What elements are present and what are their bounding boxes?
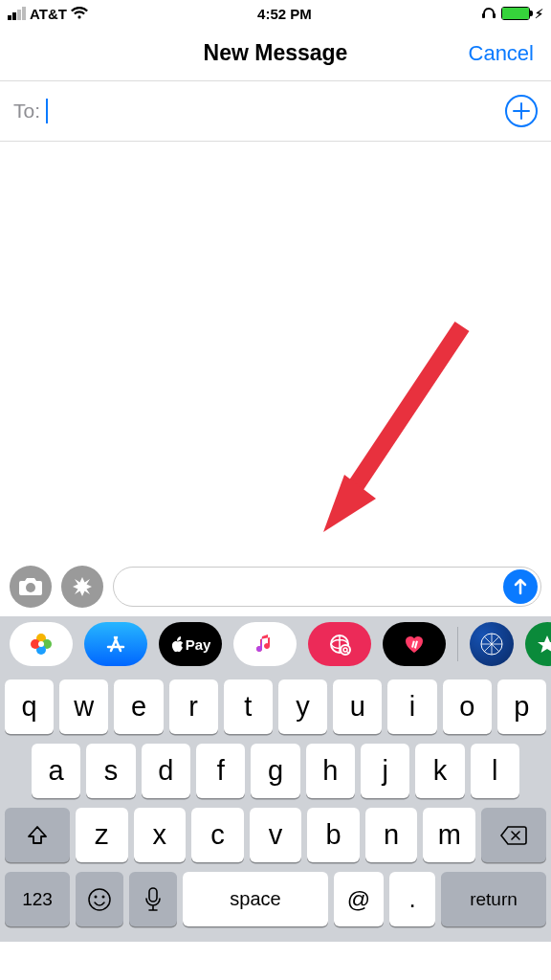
status-right: ⚡︎ xyxy=(481,6,543,22)
key-k[interactable]: k xyxy=(415,744,464,798)
clock-label: 4:52 PM xyxy=(257,6,312,22)
charging-icon: ⚡︎ xyxy=(535,7,543,21)
carrier-label: AT&T xyxy=(30,6,67,22)
svg-rect-0 xyxy=(482,13,485,18)
svg-point-4 xyxy=(26,583,35,592)
camera-button[interactable] xyxy=(10,566,52,608)
key-m[interactable]: m xyxy=(423,808,475,862)
key-u[interactable]: u xyxy=(333,679,382,734)
imessage-app-strip[interactable]: Pay xyxy=(0,616,551,672)
to-label: To: xyxy=(13,100,40,122)
send-button[interactable] xyxy=(503,569,538,604)
key-w[interactable]: w xyxy=(59,679,108,734)
numbers-key[interactable]: 123 xyxy=(5,872,70,926)
key-e[interactable]: e xyxy=(114,679,163,734)
key-z[interactable]: z xyxy=(76,808,128,862)
conversation-area xyxy=(0,142,551,563)
key-o[interactable]: o xyxy=(443,679,492,734)
emoji-key[interactable] xyxy=(76,872,123,926)
status-left: AT&T xyxy=(8,6,88,22)
at-key[interactable]: @ xyxy=(334,872,384,926)
key-a[interactable]: a xyxy=(32,744,80,798)
svg-line-2 xyxy=(347,326,462,499)
app-divider xyxy=(457,627,458,661)
key-i[interactable]: i xyxy=(387,679,436,734)
app-photos[interactable] xyxy=(10,622,73,666)
app-extra-2[interactable] xyxy=(525,622,551,666)
svg-marker-17 xyxy=(538,635,551,653)
app-images-gif[interactable] xyxy=(308,622,371,666)
key-l[interactable]: l xyxy=(471,744,519,798)
return-key[interactable]: return xyxy=(441,872,546,926)
key-b[interactable]: b xyxy=(307,808,360,862)
svg-rect-21 xyxy=(149,888,157,902)
key-s[interactable]: s xyxy=(86,744,135,798)
app-applepay[interactable]: Pay xyxy=(159,622,222,666)
apps-button[interactable] xyxy=(61,566,103,608)
key-p[interactable]: p xyxy=(497,679,546,734)
space-key[interactable]: space xyxy=(183,872,328,926)
app-digitaltouch[interactable] xyxy=(383,622,446,666)
compose-bar xyxy=(0,563,551,616)
key-h[interactable]: h xyxy=(306,744,355,798)
key-x[interactable]: x xyxy=(134,808,187,862)
headphones-icon xyxy=(481,6,496,22)
message-input[interactable] xyxy=(113,567,541,607)
backspace-key[interactable] xyxy=(481,808,546,862)
app-music[interactable] xyxy=(233,622,297,666)
cancel-button[interactable]: Cancel xyxy=(469,41,534,66)
to-input[interactable] xyxy=(46,99,48,123)
svg-rect-1 xyxy=(493,13,496,18)
key-j[interactable]: j xyxy=(361,744,409,798)
svg-point-19 xyxy=(95,895,98,898)
nav-bar: New Message Cancel xyxy=(0,27,551,80)
key-y[interactable]: y xyxy=(278,679,327,734)
app-extra-1[interactable] xyxy=(470,622,514,666)
annotation-arrow-icon xyxy=(323,322,476,532)
key-r[interactable]: r xyxy=(169,679,218,734)
app-appstore[interactable] xyxy=(84,622,147,666)
key-c[interactable]: c xyxy=(191,808,244,862)
status-bar: AT&T 4:52 PM ⚡︎ xyxy=(0,0,551,27)
key-g[interactable]: g xyxy=(251,744,299,798)
signal-strength-icon xyxy=(8,7,26,20)
key-d[interactable]: d xyxy=(142,744,190,798)
applepay-label: Pay xyxy=(186,636,211,653)
svg-marker-3 xyxy=(323,475,376,532)
svg-point-9 xyxy=(38,641,44,647)
key-f[interactable]: f xyxy=(196,744,245,798)
key-q[interactable]: q xyxy=(5,679,54,734)
key-n[interactable]: n xyxy=(365,808,418,862)
battery-icon xyxy=(501,7,530,20)
key-v[interactable]: v xyxy=(250,808,302,862)
period-key[interactable]: . xyxy=(389,872,435,926)
svg-point-20 xyxy=(102,895,105,898)
add-contact-button[interactable] xyxy=(505,95,538,127)
keyboard: qwertyuiop asdfghjkl zxcvbnm 123 space @… xyxy=(0,672,551,942)
to-field-row: To: xyxy=(0,80,551,142)
svg-point-18 xyxy=(89,889,110,910)
shift-key[interactable] xyxy=(5,808,70,862)
wifi-icon xyxy=(71,7,88,20)
page-title: New Message xyxy=(204,40,348,66)
key-t[interactable]: t xyxy=(224,679,273,734)
dictation-key[interactable] xyxy=(129,872,177,926)
